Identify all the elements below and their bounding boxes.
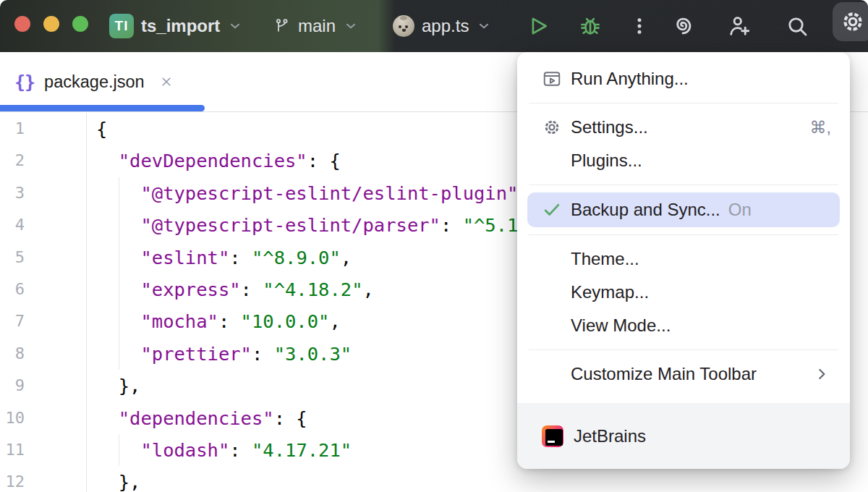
code-with-me-button[interactable] bbox=[725, 12, 754, 41]
vcs-branch-widget[interactable]: main bbox=[273, 0, 359, 52]
menu-item-label: View Mode... bbox=[571, 315, 671, 336]
jetbrains-label: JetBrains bbox=[574, 426, 646, 446]
code-line-6[interactable]: "express": "^4.18.2", bbox=[96, 273, 518, 305]
line-number: 5 bbox=[0, 242, 25, 273]
project-widget[interactable]: TI ts_import bbox=[109, 0, 243, 52]
run-config-name: app.ts bbox=[422, 16, 469, 36]
code-area[interactable]: { "devDependencies": { "@typescript-esli… bbox=[96, 113, 518, 492]
zoom-window-button[interactable] bbox=[72, 16, 88, 32]
code-line-2[interactable]: "devDependencies": { bbox=[96, 145, 518, 177]
line-number: 1 bbox=[0, 113, 25, 145]
settings-dropdown-menu: Run Anything...Settings...⌘,Plugins...Ba… bbox=[517, 52, 850, 469]
menu-separator bbox=[529, 184, 838, 185]
line-number: 3 bbox=[0, 177, 25, 209]
run-config-dumpling-icon bbox=[393, 15, 414, 37]
code-line-10[interactable]: "dependencies": { bbox=[96, 402, 518, 434]
menu-separator bbox=[529, 349, 838, 350]
menu-item-label: Customize Main Toolbar bbox=[571, 364, 757, 384]
active-tab-indicator bbox=[0, 105, 205, 111]
code-line-3[interactable]: "@typescript-eslint/eslint-plugin" bbox=[96, 177, 518, 209]
editor-gutter: 123456789101112 bbox=[0, 113, 87, 492]
titlebar: TI ts_import main app.ts bbox=[0, 0, 868, 52]
line-number: 7 bbox=[0, 305, 25, 337]
checkmark-icon bbox=[542, 200, 562, 220]
minimize-window-button[interactable] bbox=[43, 16, 59, 32]
ide-window: TI ts_import main app.ts bbox=[0, 0, 868, 492]
chevron-down-icon bbox=[343, 18, 359, 34]
menu-item-state: On bbox=[728, 200, 752, 220]
git-branch-icon bbox=[273, 17, 291, 35]
code-line-9[interactable]: }, bbox=[96, 370, 518, 402]
menu-item-customize-main-toolbar[interactable]: Customize Main Toolbar bbox=[517, 357, 850, 391]
search-everywhere-button[interactable] bbox=[783, 12, 812, 41]
ai-assistant-button[interactable] bbox=[668, 12, 697, 41]
menu-item-settings[interactable]: Settings...⌘, bbox=[517, 111, 850, 144]
menu-item-label: Settings... bbox=[571, 117, 648, 137]
chevron-down-icon bbox=[476, 18, 492, 34]
branch-name: main bbox=[298, 16, 336, 36]
run-anything-icon bbox=[542, 69, 562, 89]
menu-item-label: Keymap... bbox=[571, 282, 649, 302]
code-line-12[interactable]: }, bbox=[96, 466, 518, 492]
line-number: 2 bbox=[0, 145, 25, 177]
run-button[interactable] bbox=[524, 12, 553, 41]
line-number: 8 bbox=[0, 338, 25, 370]
code-line-4[interactable]: "@typescript-eslint/parser": "^5.1 bbox=[96, 209, 518, 241]
code-line-8[interactable]: "prettier": "3.0.3" bbox=[96, 338, 518, 370]
more-actions-button[interactable] bbox=[625, 12, 654, 41]
tab-package-json[interactable]: {} package.json bbox=[0, 52, 205, 111]
project-avatar: TI bbox=[109, 14, 134, 38]
project-name: ts_import bbox=[141, 16, 220, 36]
menu-item-run-anything[interactable]: Run Anything... bbox=[517, 62, 850, 96]
menu-item-view-mode[interactable]: View Mode... bbox=[517, 309, 850, 342]
close-window-button[interactable] bbox=[14, 16, 30, 32]
line-number: 12 bbox=[0, 466, 25, 492]
code-line-7[interactable]: "mocha": "10.0.0", bbox=[96, 305, 518, 337]
tab-label: package.json bbox=[44, 72, 145, 92]
menu-item-backup-and-sync[interactable]: Backup and Sync...On bbox=[527, 192, 840, 227]
menu-item-label: Theme... bbox=[571, 249, 639, 269]
menu-item-keymap[interactable]: Keymap... bbox=[517, 276, 850, 309]
menu-item-theme[interactable]: Theme... bbox=[517, 242, 850, 276]
menu-item-label: Run Anything... bbox=[571, 69, 689, 89]
menu-separator bbox=[529, 234, 838, 235]
line-number: 10 bbox=[0, 402, 25, 434]
menu-item-plugins[interactable]: Plugins... bbox=[517, 144, 850, 177]
menu-item-label: Backup and Sync... bbox=[571, 200, 720, 220]
debug-button[interactable] bbox=[576, 12, 605, 41]
menu-item-label: Plugins... bbox=[571, 150, 642, 171]
gear-icon bbox=[542, 117, 562, 137]
line-number: 11 bbox=[0, 434, 25, 466]
code-line-5[interactable]: "eslint": "^8.9.0", bbox=[96, 242, 518, 273]
close-tab-icon[interactable] bbox=[158, 74, 174, 90]
menu-item-shortcut: ⌘, bbox=[810, 118, 831, 137]
menu-footer: JetBrains bbox=[517, 403, 850, 469]
json-file-icon: {} bbox=[14, 72, 35, 93]
settings-button-active[interactable] bbox=[833, 2, 868, 41]
code-line-1[interactable]: { bbox=[96, 113, 518, 145]
chevron-down-icon bbox=[227, 18, 243, 34]
jetbrains-logo-icon bbox=[542, 425, 563, 447]
line-number: 4 bbox=[0, 209, 25, 241]
line-number: 9 bbox=[0, 370, 25, 402]
run-configuration-widget[interactable]: app.ts bbox=[393, 0, 492, 52]
chevron-right-icon bbox=[812, 365, 831, 383]
menu-separator bbox=[529, 103, 838, 103]
code-line-11[interactable]: "lodash": "4.17.21" bbox=[96, 434, 518, 466]
line-number: 6 bbox=[0, 273, 25, 305]
